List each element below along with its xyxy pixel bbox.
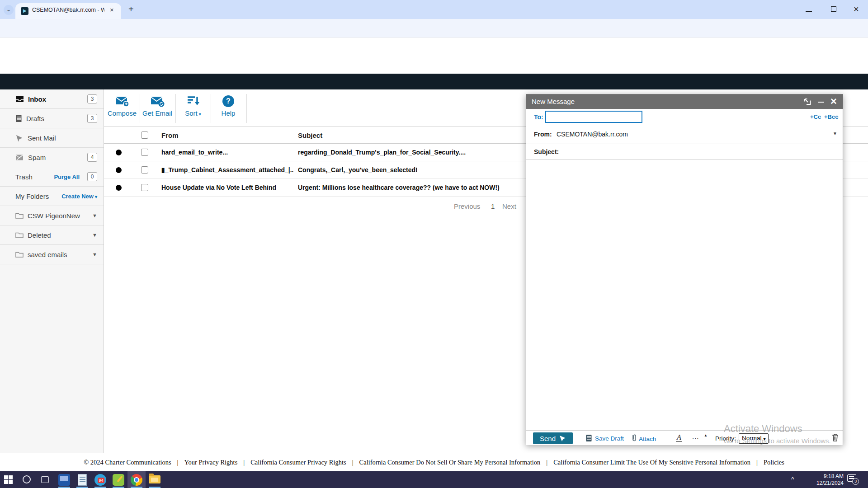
compose-footer: Send Save Draft Attach A ... ▲ Priority:… [526, 430, 843, 445]
task-view-button[interactable] [37, 471, 55, 488]
unread-dot [116, 150, 122, 155]
cortana-button[interactable] [19, 471, 37, 488]
sort-button[interactable]: Sort [175, 93, 211, 117]
priority-select[interactable]: Normal [739, 433, 769, 444]
get-email-button[interactable]: Get Email [139, 93, 175, 117]
tab-close-icon[interactable]: × [110, 6, 114, 14]
taskbar-app-chrome[interactable] [127, 471, 146, 488]
help-button[interactable]: ? Help [210, 93, 246, 117]
pagination-page-1[interactable]: 1 [491, 202, 495, 210]
folder-caret-icon[interactable]: ▼ [92, 213, 97, 218]
to-input[interactable] [545, 111, 642, 123]
unread-dot [116, 185, 122, 191]
notepad-icon [78, 474, 87, 486]
compose-titlebar[interactable]: New Message ✕ [526, 94, 843, 109]
sidebar-item-spam[interactable]: Spam 4 [0, 148, 104, 167]
sidebar-item-trash[interactable]: Trash Purge All 0 [0, 167, 104, 187]
sidebar-item-inbox[interactable]: Inbox 3 [0, 89, 104, 109]
taskbar-app-notepad[interactable] [73, 471, 91, 488]
footer-link[interactable]: Your Privacy Rights [171, 459, 238, 466]
sidebar-label: Trash [15, 173, 33, 181]
select-all-checkbox[interactable] [141, 131, 148, 139]
start-button[interactable] [1, 471, 19, 488]
compose-subject-row[interactable]: Subject: [526, 144, 843, 160]
sent-mail-icon [15, 134, 24, 142]
row-checkbox[interactable] [141, 184, 148, 191]
tray-date[interactable]: 12/21/2024 [807, 480, 844, 486]
primary-nav-bar: Email Contacts Settings Mailbox Storage:… [0, 74, 868, 89]
taskbar-app-file-explorer[interactable] [146, 471, 164, 488]
footer-link[interactable]: California Consumer Limit The Use Of My … [540, 459, 750, 466]
screen: ⌄ ▶ CSEMOTAN@bak.rr.com - Web... × + × ←… [0, 0, 868, 488]
footer-link[interactable]: California Consumer Privacy Rights [237, 459, 346, 466]
from-label: From: [534, 131, 552, 138]
add-cc-link[interactable]: +Cc [810, 113, 821, 120]
folder-caret-icon[interactable]: ▼ [92, 232, 97, 238]
add-bcc-link[interactable]: +Bcc [824, 113, 838, 120]
pagination-next[interactable]: Next [502, 202, 516, 210]
tray-time[interactable]: 9:18 AM [807, 473, 844, 479]
popout-icon[interactable] [804, 98, 811, 105]
sidebar-item-folder-deleted[interactable]: Deleted ▼ [0, 225, 104, 245]
footer-link[interactable]: Policies [750, 459, 784, 466]
sidebar-label: CSW PigeonNew F... [28, 212, 81, 220]
format-text-button[interactable]: A [676, 433, 682, 442]
drafts-icon [15, 115, 22, 122]
window-maximize-button[interactable] [831, 6, 836, 12]
window-minimize-button[interactable] [806, 11, 812, 12]
column-from[interactable]: From [161, 131, 179, 139]
email-from: House Update via No Vote Left Behind [161, 184, 293, 191]
compose-minimize-icon[interactable] [818, 102, 824, 103]
window-close-button[interactable]: × [854, 4, 859, 14]
footer-link[interactable]: California Consumer Do Not Sell Or Share… [346, 459, 541, 466]
sidebar-label: saved emails [28, 251, 67, 258]
sidebar-label: Deleted [28, 231, 51, 239]
spectrum-favicon-icon: ▶ [21, 7, 28, 15]
sidebar-item-drafts[interactable]: Drafts 3 [0, 109, 104, 128]
row-checkbox[interactable] [141, 166, 148, 174]
tray-expand-chevron[interactable]: ^ [791, 476, 794, 483]
get-email-label: Get Email [139, 109, 175, 117]
send-button[interactable]: Send [533, 432, 573, 444]
sidebar-label: Spam [28, 154, 46, 161]
row-checkbox[interactable] [141, 149, 148, 156]
compose-button[interactable]: Compose [104, 93, 140, 117]
drafts-count-badge: 3 [87, 114, 97, 123]
new-tab-button[interactable]: + [128, 4, 134, 14]
taskbar-app-remote-desktop[interactable] [55, 471, 73, 488]
email-from: hard_email_to_write... [161, 149, 293, 156]
help-label: Help [210, 109, 246, 117]
inbox-count-badge: 3 [87, 94, 97, 103]
pagination-previous[interactable]: Previous [454, 202, 480, 210]
create-new-link[interactable]: Create New [61, 193, 97, 200]
cortana-icon [23, 475, 31, 483]
site-header: MENU Spectrum Support Sign Out [0, 38, 868, 74]
sidebar-item-sent[interactable]: Sent Mail [0, 128, 104, 148]
compose-body[interactable] [526, 160, 843, 430]
sidebar-label: Sent Mail [28, 134, 56, 142]
send-cursor-icon [559, 435, 566, 442]
attach-button[interactable]: Attach [639, 436, 656, 442]
more-caret-icon[interactable]: ▲ [704, 433, 708, 437]
purge-all-link[interactable]: Purge All [54, 174, 80, 180]
column-subject[interactable]: Subject [298, 131, 322, 139]
more-options-button[interactable]: ... [692, 432, 699, 440]
save-draft-button[interactable]: Save Draft [595, 435, 624, 442]
folder-icon [15, 232, 24, 239]
help-icon: ? [210, 93, 246, 109]
notification-count-badge: 3 [852, 478, 859, 485]
taskbar-app-mail[interactable]: 94 [91, 471, 109, 488]
sidebar-item-folder-csw[interactable]: CSW PigeonNew F... ▼ [0, 206, 104, 225]
folder-caret-icon[interactable]: ▼ [92, 252, 97, 257]
tab-search-chevron-icon[interactable]: ⌄ [4, 5, 14, 15]
compose-icon [104, 93, 140, 109]
notification-center-button[interactable]: 3 [847, 474, 860, 486]
from-dropdown-caret-icon[interactable]: ▼ [833, 131, 837, 136]
taskbar-app-notepadpp[interactable] [109, 471, 127, 488]
compose-from-row[interactable]: From: CSEMOTAN@bak.rr.com ▼ [526, 124, 843, 144]
compose-close-icon[interactable]: ✕ [830, 96, 837, 107]
task-view-icon [41, 476, 49, 483]
discard-trash-icon[interactable] [831, 433, 839, 442]
spam-icon [15, 154, 24, 161]
sidebar-item-folder-saved[interactable]: saved emails ▼ [0, 245, 104, 264]
